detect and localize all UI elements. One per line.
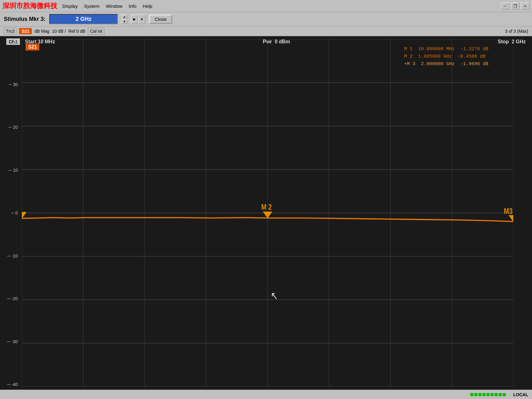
stimulus-label: Stimulus Mkr 3: xyxy=(4,16,46,22)
marker2-label: M 2 xyxy=(261,203,272,212)
scale-label: dB Mag xyxy=(34,29,49,34)
dot4 xyxy=(482,393,486,396)
marker3-label: M3 xyxy=(504,206,513,215)
minimize-button[interactable]: − xyxy=(501,2,510,9)
spin-down-button[interactable]: ▼ xyxy=(122,19,127,24)
menu-info[interactable]: Info xyxy=(129,3,137,9)
chart-area: ─ 40 ─ 30 ─ 20 ─ 10 ─ 0 ─ -10 ─ -20 ─ -3… xyxy=(0,36,532,390)
per-div-label: 10 dB / xyxy=(52,29,66,34)
count-badge: 3 of 3 (Max) xyxy=(505,29,528,34)
format-button[interactable]: ▼ xyxy=(138,15,145,24)
ref-label: Ref 0 dB xyxy=(68,29,85,34)
stimulus-bar: Stimulus Mkr 3: 2 GHz ▲ ▼ ▶ ▼ Close xyxy=(0,12,532,26)
cal-badge: Cal int xyxy=(88,28,105,35)
menu-help[interactable]: Help xyxy=(143,3,152,9)
y-label-0: ─ 0 xyxy=(11,211,18,215)
unit-button[interactable]: ▶ xyxy=(131,15,138,24)
y-axis-labels: ─ 40 ─ 30 ─ 20 ─ 10 ─ 0 ─ -10 ─ -20 ─ -3… xyxy=(0,39,20,387)
s21-badge: S21 xyxy=(19,28,32,34)
trace-bar: Trc3 S21 dB Mag 10 dB / Ref 0 dB Cal int… xyxy=(0,26,532,36)
y-label-neg10: ─ -10 xyxy=(7,254,18,258)
signal-dots xyxy=(470,393,506,396)
dot3 xyxy=(478,393,481,396)
restore-button[interactable]: ❐ xyxy=(511,2,520,9)
y-label-neg30: ─ -30 xyxy=(7,339,18,344)
company-logo: 深圳市胜海微科技 xyxy=(2,1,57,11)
cursor-icon: ↖ xyxy=(271,290,278,302)
dot2 xyxy=(474,393,477,396)
y-label-neg40: ─ -40 xyxy=(7,382,18,387)
main-window: 深圳市胜海微科技 Display System Window Info Help… xyxy=(0,0,532,399)
marker1-triangle xyxy=(22,212,26,218)
y-label-40: ─ 40 xyxy=(9,39,18,44)
close-window-button[interactable]: × xyxy=(521,2,530,9)
dot1 xyxy=(470,393,473,396)
bottom-bar: LOCAL xyxy=(0,390,532,399)
frequency-input[interactable]: 2 GHz xyxy=(49,14,118,24)
grid-wrapper: M1 M 2 M3 ↖ S21 M 1 10.000000 MHz -1.327… xyxy=(22,39,513,387)
chart-svg: M1 M 2 M3 ↖ xyxy=(22,39,513,387)
extra-buttons: ▶ ▼ xyxy=(131,15,145,24)
menu-system[interactable]: System xyxy=(84,3,99,9)
dot7 xyxy=(495,393,498,396)
dot9 xyxy=(503,393,506,396)
s21-chart-badge: S21 xyxy=(26,44,39,50)
menu-window[interactable]: Window xyxy=(106,3,122,9)
trc-label: Trc3 xyxy=(4,28,17,35)
close-stimulus-button[interactable]: Close xyxy=(149,15,172,24)
menu-display[interactable]: Display xyxy=(62,3,78,9)
marker-info-panel: M 1 10.000000 MHz -1.3276 dB M 2 1.00500… xyxy=(404,46,488,68)
spin-controls: ▲ ▼ xyxy=(122,15,127,24)
y-label-30: ─ 30 xyxy=(9,82,18,87)
dot5 xyxy=(486,393,490,396)
dot6 xyxy=(491,393,494,396)
window-controls: − ❐ × xyxy=(501,2,530,9)
title-bar: 深圳市胜海微科技 Display System Window Info Help… xyxy=(0,0,532,12)
marker2-triangle xyxy=(263,212,272,218)
stop-value: 2 GHz xyxy=(512,39,526,44)
marker2-info: M 2 1.005000 GHz -0.4506 dB xyxy=(404,53,488,60)
y-label-20: ─ 20 xyxy=(9,125,18,129)
spin-up-button[interactable]: ▲ xyxy=(122,15,127,19)
local-label: LOCAL xyxy=(513,392,528,397)
marker1-info: M 1 10.000000 MHz -1.3276 dB xyxy=(404,46,488,53)
marker3-info: •M 3 2.000000 GHz -1.9696 dB xyxy=(404,60,488,68)
y-label-10: ─ 10 xyxy=(9,168,18,172)
y-label-neg20: ─ -20 xyxy=(7,296,18,301)
dot8 xyxy=(499,393,502,396)
menu-bar: Display System Window Info Help xyxy=(62,3,496,9)
marker3-triangle xyxy=(509,215,513,222)
